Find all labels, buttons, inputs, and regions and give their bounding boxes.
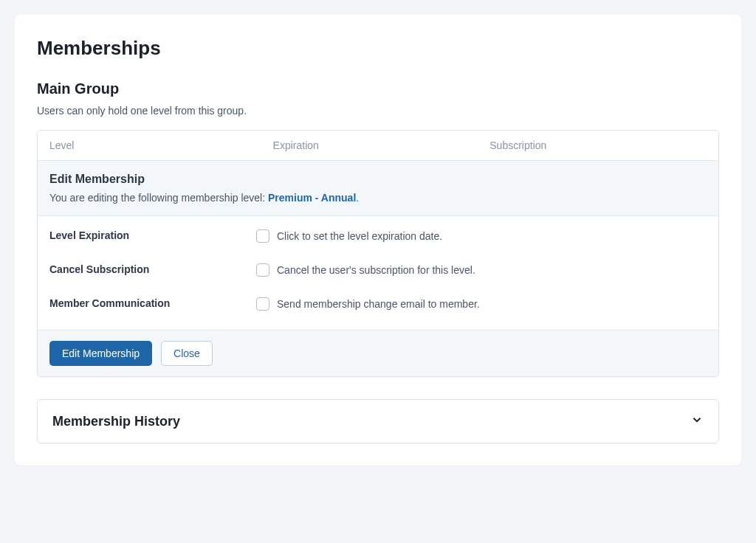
close-button[interactable]: Close — [161, 341, 213, 366]
text-level-expiration: Click to set the level expiration date. — [277, 230, 442, 242]
control-member-communication: Send membership change email to member. — [256, 297, 707, 311]
memberships-card: Memberships Main Group Users can only ho… — [15, 15, 741, 466]
row-cancel-subscription: Cancel Subscription Cancel the user's su… — [49, 263, 707, 277]
label-cancel-subscription: Cancel Subscription — [49, 263, 256, 275]
edit-subtitle-suffix: . — [356, 192, 359, 204]
checkbox-member-communication[interactable] — [256, 297, 269, 311]
control-cancel-subscription: Cancel the user's subscription for this … — [256, 263, 707, 277]
form-body: Level Expiration Click to set the level … — [38, 216, 718, 330]
edit-level-name: Premium - Annual — [268, 192, 356, 204]
col-header-subscription: Subscription — [489, 139, 707, 151]
group-title: Main Group — [37, 80, 719, 97]
panel-footer: Edit Membership Close — [38, 330, 718, 376]
text-member-communication: Send membership change email to member. — [277, 298, 480, 310]
label-level-expiration: Level Expiration — [49, 229, 256, 241]
col-header-level: Level — [49, 139, 273, 151]
edit-subtitle: You are editing the following membership… — [49, 192, 707, 204]
row-level-expiration: Level Expiration Click to set the level … — [49, 229, 707, 243]
table-header-row: Level Expiration Subscription — [38, 131, 718, 160]
history-title: Membership History — [52, 414, 180, 429]
checkbox-cancel-subscription[interactable] — [256, 263, 269, 277]
edit-title: Edit Membership — [49, 173, 707, 186]
group-description: Users can only hold one level from this … — [37, 105, 719, 117]
control-level-expiration: Click to set the level expiration date. — [256, 229, 707, 243]
checkbox-level-expiration[interactable] — [256, 229, 269, 243]
text-cancel-subscription: Cancel the user's subscription for this … — [277, 264, 475, 276]
chevron-down-icon — [690, 413, 704, 429]
edit-membership-panel: Level Expiration Subscription Edit Membe… — [37, 130, 719, 377]
col-header-expiration: Expiration — [273, 139, 490, 151]
row-member-communication: Member Communication Send membership cha… — [49, 297, 707, 311]
membership-history-toggle[interactable]: Membership History — [37, 399, 719, 443]
label-member-communication: Member Communication — [49, 297, 256, 309]
page-title: Memberships — [37, 37, 719, 60]
edit-subtitle-prefix: You are editing the following membership… — [49, 192, 268, 204]
edit-membership-button[interactable]: Edit Membership — [49, 341, 152, 366]
edit-header: Edit Membership You are editing the foll… — [38, 160, 718, 216]
